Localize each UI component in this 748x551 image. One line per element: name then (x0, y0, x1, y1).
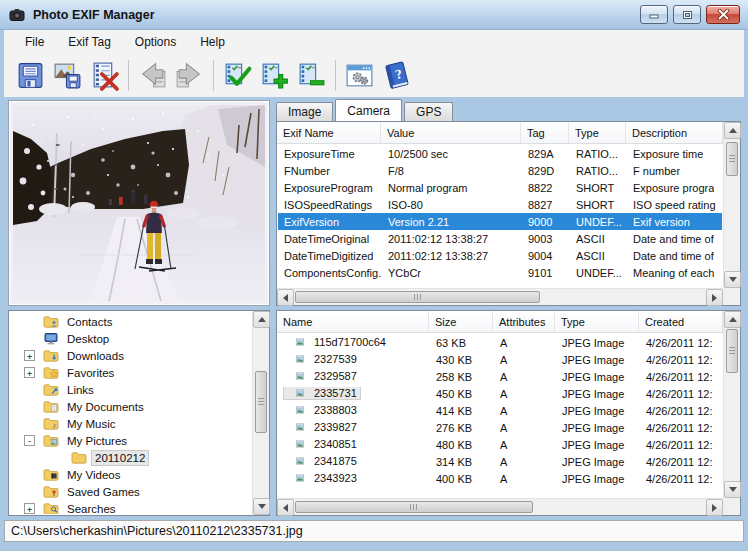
tree-expander-plus[interactable]: + (24, 503, 35, 514)
exif-row-selected[interactable]: ExifVersionVersion 2.219000UNDEF...Exif … (278, 213, 722, 230)
name-cell: 2327539 (278, 353, 430, 367)
column-header-description[interactable]: Description (626, 122, 723, 143)
gray-arrow-right-film-icon (174, 60, 205, 91)
exif-horizontal-scrollbar[interactable] (277, 288, 723, 305)
attributes-cell: A (494, 354, 556, 366)
attributes-cell: A (494, 439, 556, 451)
exif-row[interactable]: FNumberF/8829DRATIO...F number (278, 162, 722, 179)
menu-file[interactable]: File (13, 32, 56, 52)
tree-item-favorites[interactable]: +Favorites (10, 364, 251, 381)
menu-help[interactable]: Help (188, 32, 237, 52)
tree-vertical-scrollbar[interactable] (252, 311, 269, 515)
column-header-type[interactable]: Type (569, 122, 626, 143)
file-row[interactable]: 2327539430 KBAJPEG Image4/26/2011 12: (278, 351, 722, 368)
close-button[interactable] (706, 5, 740, 24)
gray-arrow-left-film-icon (137, 60, 168, 91)
title-bar[interactable]: Photo EXIF Manager (0, 0, 748, 30)
file-row[interactable]: 2340851480 KBAJPEG Image4/26/2011 12: (278, 436, 722, 453)
tree-item-saved-games[interactable]: Saved Games (10, 483, 251, 500)
scrollbar-thumb[interactable] (726, 142, 738, 176)
scrollbar-thumb[interactable] (726, 329, 738, 373)
scroll-up-button[interactable] (724, 122, 741, 139)
tree-expander-plus[interactable]: + (24, 350, 35, 361)
type-cell: ASCII (570, 233, 627, 245)
file-row[interactable]: 115d71700c6463 KBAJPEG Image4/26/2011 12… (278, 334, 722, 351)
maximize-button[interactable] (673, 5, 701, 24)
scroll-up-button[interactable] (724, 311, 741, 328)
scroll-up-button[interactable] (253, 311, 270, 328)
scroll-right-button[interactable] (706, 289, 723, 306)
tree-item-my-videos[interactable]: My Videos (10, 466, 251, 483)
value-cell: 10/2500 sec (382, 148, 522, 160)
file-row-selected[interactable]: 2335731450 KBAJPEG Image4/26/2011 12: (278, 385, 722, 402)
tree-item-label: My Music (64, 417, 119, 431)
column-header-created[interactable]: Created (639, 311, 723, 332)
exif-vertical-scrollbar[interactable] (723, 122, 740, 288)
tab-image[interactable]: Image (276, 102, 333, 121)
scroll-right-button[interactable] (706, 499, 723, 516)
attributes-cell: A (494, 422, 556, 434)
scrollbar-thumb[interactable] (255, 371, 267, 433)
tree-item-20110212[interactable]: 20110212 (10, 449, 251, 466)
column-header-name[interactable]: Name (277, 311, 429, 332)
scroll-down-button[interactable] (724, 481, 741, 498)
scroll-down-button[interactable] (253, 498, 270, 515)
tree-item-downloads[interactable]: +Downloads (10, 347, 251, 364)
save-image-button[interactable] (49, 57, 86, 94)
column-header-type[interactable]: Type (555, 311, 639, 332)
exif-row[interactable]: ExposureTime10/2500 sec829ARATIO...Expos… (278, 145, 722, 162)
column-header-exif-name[interactable]: Exif Name (277, 122, 381, 143)
tab-camera[interactable]: Camera (335, 99, 402, 121)
file-row[interactable]: 2339827276 KBAJPEG Image4/26/2011 12: (278, 419, 722, 436)
minimize-button[interactable] (640, 5, 668, 24)
exif-row[interactable]: DateTimeDigitized2011:02:12 13:38:279004… (278, 247, 722, 264)
column-header-tag[interactable]: Tag (521, 122, 569, 143)
exif-row[interactable]: DateTimeOriginal2011:02:12 13:38:279003A… (278, 230, 722, 247)
file-row[interactable]: 2341875314 KBAJPEG Image4/26/2011 12: (278, 453, 722, 470)
tree-item-links[interactable]: Links (10, 381, 251, 398)
scrollbar-thumb[interactable] (295, 291, 540, 303)
file-row[interactable]: 2343923400 KBAJPEG Image4/26/2011 12: (278, 470, 722, 487)
size-cell: 480 KB (430, 439, 494, 451)
film-green-minus-icon (296, 60, 327, 91)
scroll-left-button[interactable] (277, 499, 294, 516)
scroll-left-button[interactable] (277, 289, 294, 306)
exif-row[interactable]: ISOSpeedRatingsISO-808827SHORTISO speed … (278, 196, 722, 213)
tag-cell: 829A (522, 148, 570, 160)
file-row[interactable]: 2338803414 KBAJPEG Image4/26/2011 12: (278, 402, 722, 419)
name-cell: 2329587 (278, 370, 430, 384)
help-button[interactable]: ? (378, 57, 415, 94)
options-button[interactable] (341, 57, 378, 94)
remove-exif-tag-button[interactable] (293, 57, 330, 94)
tree-item-searches[interactable]: +Searches (10, 500, 251, 514)
menu-options[interactable]: Options (123, 32, 188, 52)
tree-expander-plus[interactable]: + (24, 367, 35, 378)
files-vertical-scrollbar[interactable] (723, 311, 740, 498)
scroll-down-button[interactable] (724, 271, 741, 288)
tree-item-contacts[interactable]: Contacts (10, 313, 251, 330)
tree-expander-minus[interactable]: - (24, 435, 35, 446)
tree-item-my-pictures[interactable]: -My Pictures (10, 432, 251, 449)
tree-item-desktop[interactable]: Desktop (10, 330, 251, 347)
exif-row[interactable]: ComponentsConfig...YCbCr9101UNDEF...Mean… (278, 264, 722, 281)
save-button[interactable] (12, 57, 49, 94)
menu-exif-tag[interactable]: Exif Tag (56, 32, 122, 52)
tree-item-my-documents[interactable]: My Documents (10, 398, 251, 415)
files-horizontal-scrollbar[interactable] (277, 498, 723, 515)
exif-row[interactable]: ExposureProgramNormal program8822SHORTEx… (278, 179, 722, 196)
size-cell: 314 KB (430, 456, 494, 468)
type-cell: JPEG Image (556, 473, 640, 485)
column-header-size[interactable]: Size (429, 311, 493, 332)
file-row[interactable]: 2329587258 KBAJPEG Image4/26/2011 12: (278, 368, 722, 385)
videos-folder-icon (43, 468, 59, 481)
image-file-icon (290, 370, 304, 382)
column-header-attributes[interactable]: Attributes (493, 311, 555, 332)
scrollbar-thumb[interactable] (295, 501, 533, 513)
tab-gps[interactable]: GPS (404, 102, 453, 121)
add-exif-tag-button[interactable] (256, 57, 293, 94)
column-header-value[interactable]: Value (381, 122, 521, 143)
file-list-header: Name Size Attributes Type Created (277, 311, 723, 333)
tree-item-my-music[interactable]: ♪My Music (10, 415, 251, 432)
edit-exif-tag-button[interactable] (219, 57, 256, 94)
delete-exif-button[interactable] (86, 57, 123, 94)
